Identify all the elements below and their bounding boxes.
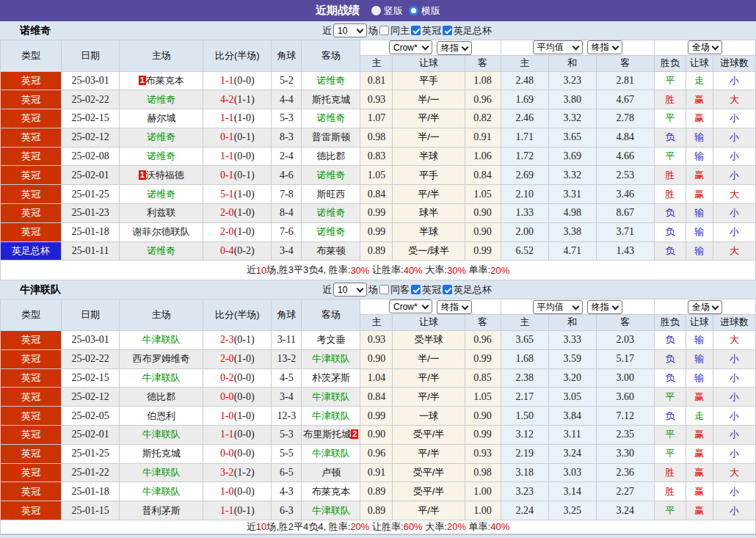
odds-select[interactable]: 平均值 — [533, 300, 583, 314]
date-cell: 25-02-12 — [62, 128, 120, 147]
team-bar: 诺维奇近10场同主英冠英足总杯 — [0, 21, 756, 40]
league2-checkbox[interactable] — [443, 26, 452, 35]
full-score: 1-0 — [220, 410, 234, 421]
summary-segment: 20% — [350, 521, 369, 532]
score-cell: 0-0(0-0) — [203, 444, 272, 463]
odds-away-cell: 0.91 — [465, 128, 501, 147]
games-label: 场 — [368, 283, 378, 297]
home-team-cell: 诺维奇 — [120, 147, 203, 166]
sub-header-4: 和 — [548, 55, 596, 71]
handicap-result-cell: 赢 — [686, 482, 713, 501]
chevron-down-icon — [711, 302, 719, 310]
date-cell: 25-01-15 — [62, 501, 120, 520]
league-type-cell: 英冠 — [1, 71, 62, 90]
full-score: 5-1 — [220, 189, 234, 200]
goals-result-cell: 小 — [713, 109, 755, 128]
handicap-result-cell: 赢 — [686, 388, 713, 407]
same-venue-checkbox[interactable] — [379, 285, 389, 294]
away-team-name: 布莱顿 — [316, 245, 345, 256]
corner-cell: 8-3 — [272, 128, 302, 147]
away-team-name: 朴茨茅斯 — [312, 372, 350, 383]
full-score: 0-0 — [220, 448, 234, 459]
avg-draw-cell: 3.80 — [548, 90, 596, 109]
home-team-cell: 西布罗姆维奇 — [120, 349, 203, 368]
odds-select[interactable]: 平均值 — [533, 40, 583, 54]
sub-header-2: 客 — [465, 314, 501, 330]
league1-checkbox[interactable] — [411, 26, 421, 35]
odds-home-cell: 1.07 — [360, 109, 393, 128]
league-type-cell: 英冠 — [1, 463, 62, 482]
same-venue-checkbox[interactable] — [379, 26, 389, 35]
half-score: (1-0) — [234, 410, 255, 421]
full-score: 1-1 — [220, 112, 234, 123]
avg-away-cell: 2.53 — [596, 166, 654, 185]
table-row: 英冠25-01-25诺维奇5-1(1-0)7-8斯旺西0.84平/半1.052.… — [1, 185, 756, 204]
horizontal-label[interactable]: 横版 — [421, 4, 440, 18]
league1-checkbox[interactable] — [411, 285, 421, 294]
odds-home-cell: 0.83 — [360, 147, 393, 166]
odds-home-cell: 0.89 — [360, 241, 393, 261]
goals-result-cell: 小 — [713, 349, 755, 368]
radio-horizontal-icon[interactable] — [409, 6, 418, 15]
handicap-result-cell: 输 — [686, 241, 713, 261]
corner-cell: 8-4 — [272, 204, 302, 223]
avg-draw-cell: 3.05 — [548, 388, 596, 407]
result-cell: 负 — [654, 330, 686, 349]
avg-home-cell: 1.33 — [501, 204, 548, 223]
date-cell: 25-02-05 — [62, 407, 120, 426]
summary-row: 近10场,胜3平3负4, 胜率:30% 让胜率:40% 大率:30% 单率:20… — [0, 261, 756, 280]
full-score: 1-1 — [220, 75, 234, 86]
sub-header-0: 主 — [360, 55, 393, 71]
full-score: 1-1 — [220, 150, 234, 161]
odds-home-cell: 0.84 — [360, 388, 393, 407]
away-team-name: 牛津联队 — [312, 353, 350, 364]
league-type-cell: 英冠 — [1, 147, 62, 166]
filter-controls: 近10场同客英冠英足总杯 — [322, 280, 493, 299]
avg-away-cell: 2.78 — [596, 109, 654, 128]
away-team-cell: 诺维奇 — [302, 71, 360, 90]
league-type-cell: 英冠 — [1, 109, 62, 128]
odds-select[interactable]: 全场 — [688, 40, 722, 54]
odds-select[interactable]: 终指 — [437, 41, 472, 55]
half-score: (0-0) — [234, 391, 255, 402]
league-type-cell: 英冠 — [1, 330, 62, 349]
goals-result-cell: 大 — [713, 241, 755, 261]
score-cell: 1-0(0-0) — [203, 482, 272, 501]
odds-select-value: 终指 — [441, 301, 459, 313]
col-header-5: 客场 — [302, 299, 360, 331]
odds-home-cell: 0.99 — [360, 222, 393, 241]
home-team-name: 诺维奇 — [147, 245, 175, 256]
league-type-cell: 英冠 — [1, 501, 62, 520]
away-team-cell: 卢顿 — [302, 463, 360, 482]
odds-select[interactable]: Crow* — [389, 40, 432, 54]
handicap-result-cell: 输 — [686, 330, 713, 349]
sub-header-5: 客 — [596, 55, 654, 71]
league2-checkbox[interactable] — [443, 285, 452, 294]
odds-select[interactable]: Crow* — [389, 299, 432, 313]
odds-group-1: 平均值终指 — [501, 299, 654, 315]
recent-count-select[interactable]: 10 — [333, 283, 367, 297]
vertical-label[interactable]: 竖版 — [384, 4, 403, 18]
home-team-name: 牛津联队 — [142, 429, 181, 440]
odds-select[interactable]: 终指 — [587, 40, 622, 54]
full-score: 0-1 — [220, 131, 234, 142]
recent-count-select[interactable]: 10 — [333, 23, 367, 37]
recent-count-select-value: 10 — [338, 26, 347, 36]
half-score: (0-1) — [234, 131, 255, 142]
summary-segment: 让胜率: — [369, 520, 403, 534]
radio-vertical-icon[interactable] — [371, 6, 381, 15]
odds-select[interactable]: 终指 — [437, 300, 472, 314]
odds-away-cell: 1.05 — [465, 185, 501, 204]
team-name: 诺维奇 — [20, 24, 51, 37]
avg-home-cell: 2.00 — [501, 222, 548, 241]
odds-select[interactable]: 终指 — [587, 300, 622, 314]
home-team-name: 伯恩利 — [147, 410, 175, 421]
league-type-cell: 英冠 — [1, 349, 62, 368]
handicap-result-cell: 赢 — [686, 109, 713, 128]
odds-select[interactable]: 全场 — [688, 300, 722, 314]
summary-segment: 场,胜2平4负4, 胜率: — [266, 520, 350, 534]
handicap-cell: 半球 — [393, 147, 465, 166]
avg-away-cell: 2.81 — [596, 71, 654, 90]
chevron-down-icon — [711, 43, 719, 51]
odds-away-cell: 1.00 — [465, 482, 501, 501]
